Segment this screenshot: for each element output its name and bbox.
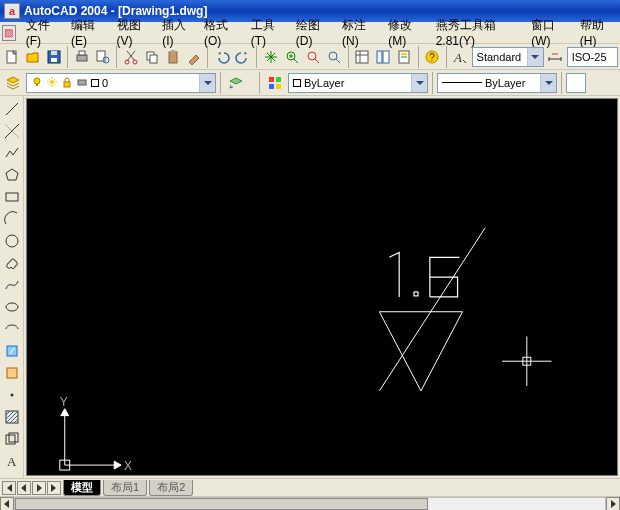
line-tool[interactable]: [2, 99, 22, 119]
svg-rect-19: [383, 51, 389, 63]
match-prop-button[interactable]: [184, 46, 203, 68]
scroll-track[interactable]: [14, 497, 606, 511]
svg-rect-12: [169, 52, 177, 63]
scroll-thumb[interactable]: [15, 498, 428, 510]
dimstyle-dropdown[interactable]: ISO-25: [567, 47, 619, 67]
svg-rect-34: [276, 84, 281, 89]
insert-block-tool[interactable]: [2, 341, 22, 361]
tab-prev-button[interactable]: [17, 481, 31, 495]
tab-last-button[interactable]: [47, 481, 61, 495]
textstyle-value: Standard: [477, 51, 522, 63]
svg-rect-5: [79, 51, 85, 55]
main-area: A X Y: [0, 96, 620, 478]
drawing-canvas[interactable]: X Y: [26, 98, 618, 476]
pan-button[interactable]: [261, 46, 280, 68]
svg-point-15: [308, 52, 316, 60]
point-tool[interactable]: [2, 385, 22, 405]
chevron-down-icon: [527, 48, 543, 66]
layout-tabs: 模型 布局1 布局2: [63, 479, 195, 496]
spline-tool[interactable]: [2, 275, 22, 295]
menu-yanxiu[interactable]: 燕秀工具箱2.81(Y): [430, 15, 526, 50]
svg-point-28: [50, 80, 54, 84]
redo-button[interactable]: [233, 46, 252, 68]
zoom-window-button[interactable]: [303, 46, 322, 68]
polyline-tool[interactable]: [2, 143, 22, 163]
layer-manager-button[interactable]: [2, 72, 24, 94]
layer-prev-button[interactable]: [225, 72, 247, 94]
standard-toolbar: ? A Standard ISO-25: [0, 44, 620, 70]
svg-rect-6: [97, 51, 105, 61]
chevron-down-icon: [540, 74, 556, 92]
color-dropdown[interactable]: ByLayer: [288, 73, 428, 93]
copy-button[interactable]: [142, 46, 161, 68]
arc-tool[interactable]: [2, 209, 22, 229]
svg-rect-43: [6, 435, 15, 444]
rectangle-tool[interactable]: [2, 187, 22, 207]
polygon-tool[interactable]: [2, 165, 22, 185]
text-tool[interactable]: A: [2, 451, 22, 471]
svg-rect-4: [77, 55, 87, 61]
color-swatch: [293, 79, 301, 87]
crosshair-cursor: [502, 336, 551, 385]
svg-rect-17: [356, 51, 368, 63]
linetype-sample: [442, 82, 482, 83]
paste-button[interactable]: [163, 46, 182, 68]
tab-next-button[interactable]: [32, 481, 46, 495]
svg-rect-22: [401, 56, 407, 58]
color-control-button[interactable]: [264, 72, 286, 94]
linetype-value: ByLayer: [485, 77, 525, 89]
svg-point-26: [34, 78, 40, 84]
textstyle-icon: A: [451, 46, 470, 68]
y-axis-label: Y: [60, 395, 68, 409]
textstyle-dropdown[interactable]: Standard: [472, 47, 544, 67]
hscrollbar[interactable]: [0, 496, 620, 510]
layer-dropdown[interactable]: 0: [26, 73, 216, 93]
region-tool[interactable]: [2, 429, 22, 449]
svg-text:?: ?: [429, 52, 435, 63]
svg-rect-44: [9, 433, 18, 442]
zoom-realtime-button[interactable]: [282, 46, 301, 68]
new-button[interactable]: [2, 46, 21, 68]
svg-rect-27: [36, 84, 38, 86]
designcenter-button[interactable]: [374, 46, 393, 68]
menu-help[interactable]: 帮助(H): [574, 15, 620, 50]
linetype-dropdown[interactable]: ByLayer: [437, 73, 557, 93]
svg-rect-18: [377, 51, 382, 63]
lineweight-dropdown[interactable]: [566, 73, 586, 93]
zoom-prev-button[interactable]: [325, 46, 344, 68]
make-block-tool[interactable]: [2, 363, 22, 383]
open-button[interactable]: [23, 46, 42, 68]
svg-rect-29: [64, 82, 70, 87]
ucs-icon: [60, 409, 121, 470]
print-preview-button[interactable]: [93, 46, 112, 68]
toolpalette-button[interactable]: [395, 46, 414, 68]
circle-tool[interactable]: [2, 231, 22, 251]
ellipse-tool[interactable]: [2, 297, 22, 317]
scroll-left-button[interactable]: [0, 497, 14, 511]
ellipse-arc-tool[interactable]: [2, 319, 22, 339]
tab-layout1[interactable]: 布局1: [103, 480, 147, 496]
bulb-icon: [31, 76, 43, 90]
layer-color-swatch: [91, 79, 99, 87]
save-button[interactable]: [44, 46, 63, 68]
svg-rect-31: [269, 77, 274, 82]
draw-toolbar: A: [0, 96, 24, 478]
print-button[interactable]: [72, 46, 91, 68]
svg-rect-32: [276, 77, 281, 82]
drawing-geometry: [379, 228, 485, 391]
cut-button[interactable]: [121, 46, 140, 68]
svg-text:A: A: [7, 454, 17, 469]
annotation-text-glyphs: [389, 252, 459, 297]
lock-icon: [61, 76, 73, 90]
tab-first-button[interactable]: [2, 481, 16, 495]
hatch-tool[interactable]: [2, 407, 22, 427]
tab-model[interactable]: 模型: [63, 480, 101, 496]
canvas-wrap: X Y: [24, 96, 620, 478]
tab-layout2[interactable]: 布局2: [149, 480, 193, 496]
properties-button[interactable]: [352, 46, 371, 68]
help-button[interactable]: ?: [423, 46, 442, 68]
scroll-right-button[interactable]: [606, 497, 620, 511]
undo-button[interactable]: [212, 46, 231, 68]
xline-tool[interactable]: [2, 121, 22, 141]
revcloud-tool[interactable]: [2, 253, 22, 273]
